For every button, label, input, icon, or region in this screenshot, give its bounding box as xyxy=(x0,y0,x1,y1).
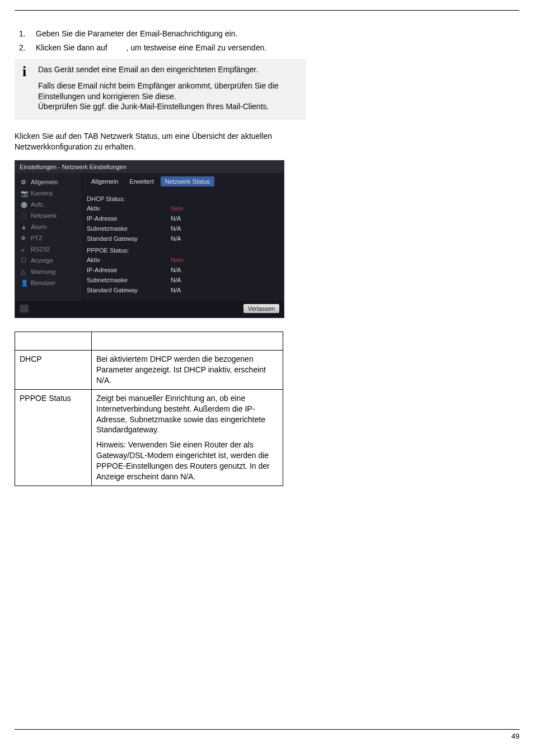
field-label: Standard Gateway xyxy=(87,235,171,242)
step-number: 2. xyxy=(15,43,36,53)
numbered-steps: 1. Geben Sie die Parameter der Email-Ben… xyxy=(15,29,306,53)
tab-allgemein[interactable]: Allgemein xyxy=(87,176,123,186)
alarm-icon: ▲ xyxy=(21,223,27,230)
display-icon: ☐ xyxy=(21,257,27,264)
info-paragraph: Überprüfen Sie ggf. die Junk-Mail-Einste… xyxy=(38,101,298,112)
sidebar-item-label: Benutzer xyxy=(31,279,55,286)
step-number: 1. xyxy=(15,29,36,39)
info-paragraph: Das Gerät sendet eine Email an den einge… xyxy=(38,64,298,75)
sidebar-item-label: Netzwerk xyxy=(31,212,57,219)
sidebar-item-label: Allgemein xyxy=(31,179,58,185)
field-value: N/A xyxy=(171,267,181,273)
field-label: Standard Gateway xyxy=(87,287,171,293)
field-label: Aktiv xyxy=(87,205,171,212)
record-icon: ⬤ xyxy=(21,201,27,208)
table-definition: Bei aktiviertem DHCP werden die bezogene… xyxy=(92,351,283,390)
field-label: IP-Adresse xyxy=(87,267,171,273)
step-text: Geben Sie die Parameter der Email-Benach… xyxy=(36,29,306,39)
pppoe-status-heading: PPPOE Status: xyxy=(87,244,278,255)
step-text-part: Klicken Sie dann auf xyxy=(36,43,110,52)
embedded-screenshot: Einstellungen - Netzwerk Einstellungen ⚙… xyxy=(15,160,284,318)
field-value: N/A xyxy=(171,225,181,232)
field-label: Subnetzmaske xyxy=(87,277,171,283)
sidebar-item-label: Warnung xyxy=(31,268,55,275)
verlassen-button[interactable]: Verlassen xyxy=(243,304,279,313)
field-value: N/A xyxy=(171,235,181,242)
camera-icon: 📷 xyxy=(21,190,27,197)
sidebar-item-netzwerk[interactable]: ⬚Netzwerk xyxy=(15,210,81,221)
sidebar-item-label: Aufz. xyxy=(31,201,45,208)
tab-bar: Allgemein Erweitert Netzwerk Status xyxy=(87,173,278,192)
body-paragraph: Klicken Sie auf den TAB Netzwerk Status,… xyxy=(15,131,306,152)
ptz-icon: ✥ xyxy=(21,235,27,241)
sidebar-item-benutzer[interactable]: 👤Benutzer xyxy=(15,277,81,288)
page-number: 49 xyxy=(15,730,519,740)
tab-erweitert[interactable]: Erweitert xyxy=(125,176,158,186)
field-value: Nein xyxy=(171,256,184,263)
warning-icon: △ xyxy=(21,268,27,275)
field-label: IP-Adresse xyxy=(87,215,171,222)
field-label: Aktiv xyxy=(87,256,171,263)
sidebar-item-anzeige[interactable]: ☐Anzeige xyxy=(15,255,81,266)
table-definition: Zeigt bei manueller Einrichtung an, ob e… xyxy=(92,389,283,486)
field-value: Nein xyxy=(171,205,184,212)
sidebar-item-warnung[interactable]: △Warnung xyxy=(15,266,81,277)
step-text: Klicken Sie dann auf , um testweise eine… xyxy=(36,43,306,53)
serial-icon: ⏚ xyxy=(21,246,27,253)
field-value: N/A xyxy=(171,287,181,293)
table-definition-part: Hinweis: Verwenden Sie einen Router der … xyxy=(96,440,278,482)
sidebar-item-label: PTZ xyxy=(31,235,43,241)
window-title: Einstellungen - Netzwerk Einstellungen xyxy=(15,161,284,173)
tab-netzwerk-status[interactable]: Netzwerk Status xyxy=(161,176,214,186)
sidebar-item-kamera[interactable]: 📷Kamera xyxy=(15,188,81,199)
sidebar-item-label: Anzeige xyxy=(31,257,53,264)
table-term: DHCP xyxy=(15,351,92,390)
table-definition-part: Zeigt bei manueller Einrichtung an, ob e… xyxy=(96,393,278,436)
network-icon: ⬚ xyxy=(21,212,27,219)
field-label: Subnetzmaske xyxy=(87,225,171,232)
user-icon: 👤 xyxy=(21,279,27,286)
field-value: N/A xyxy=(171,215,181,222)
table-term: PPPOE Status xyxy=(15,389,92,486)
settings-sidebar: ⚙Allgemein 📷Kamera ⬤Aufz. ⬚Netzwerk ▲Ala… xyxy=(15,173,81,301)
footer-icon[interactable] xyxy=(20,305,29,312)
sidebar-item-rs232[interactable]: ⏚RS232 xyxy=(15,244,81,255)
sidebar-item-alarm[interactable]: ▲Alarm xyxy=(15,221,81,232)
info-paragraph: Falls diese Email nicht beim Empfänger a… xyxy=(38,81,298,102)
sidebar-item-label: Alarm xyxy=(31,223,47,230)
sidebar-item-ptz[interactable]: ✥PTZ xyxy=(15,232,81,244)
sidebar-item-label: Kamera xyxy=(31,190,53,197)
field-value: N/A xyxy=(171,277,181,283)
gear-icon: ⚙ xyxy=(21,179,27,185)
step-text-part: , um testweise eine Email zu versenden. xyxy=(127,43,267,52)
sidebar-item-aufz[interactable]: ⬤Aufz. xyxy=(15,199,81,210)
info-icon: i xyxy=(22,64,38,113)
sidebar-item-allgemein[interactable]: ⚙Allgemein xyxy=(15,176,81,188)
dhcp-status-heading: DHCP Status: xyxy=(87,192,278,203)
info-box: i Das Gerät sendet eine Email an den ein… xyxy=(15,59,306,120)
sidebar-item-label: RS232 xyxy=(31,246,50,253)
definition-table: DHCP Bei aktiviertem DHCP werden die bez… xyxy=(15,332,283,486)
